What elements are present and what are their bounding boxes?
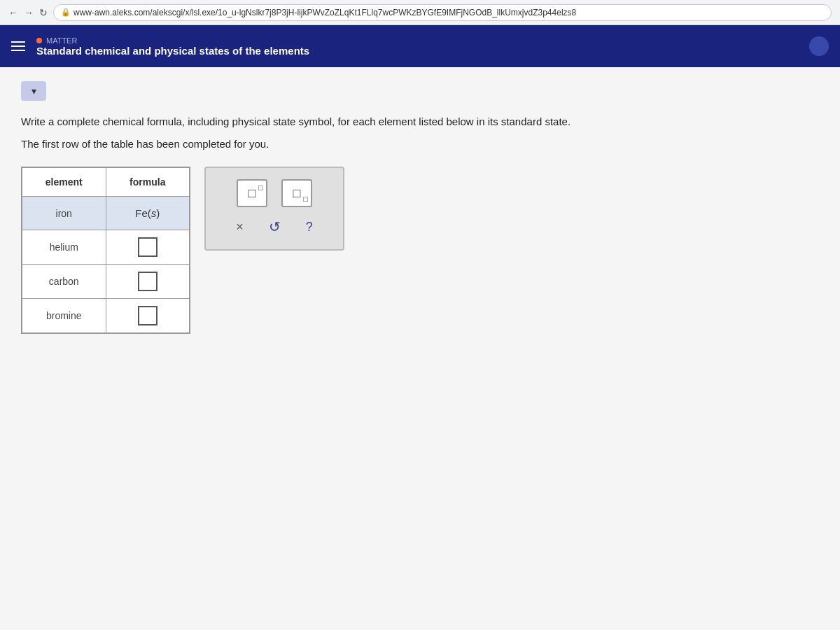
close-icon: × — [236, 220, 244, 234]
nav-right-button[interactable] — [809, 36, 829, 56]
help-icon: ? — [306, 220, 313, 234]
undo-button[interactable]: ↺ — [263, 216, 286, 238]
formula-cell-iron: Fe(s) — [106, 197, 190, 230]
url-text: www-awn.aleks.com/alekscgi/x/lsl.exe/1o_… — [74, 8, 576, 18]
subject-dot — [36, 38, 42, 43]
collapse-button[interactable]: ▾ — [21, 81, 46, 101]
chevron-down-icon: ▾ — [31, 85, 36, 97]
table-formula-row: element formula iron Fe(s) helium — [21, 167, 819, 334]
instruction-2: The first row of the table has been comp… — [21, 136, 819, 153]
formula-cell-bromine[interactable] — [106, 299, 190, 334]
table-row: carbon — [22, 265, 190, 299]
top-nav: MATTER Standard chemical and physical st… — [0, 25, 840, 67]
carbon-input-box[interactable] — [138, 272, 158, 291]
help-button[interactable]: ? — [300, 217, 318, 237]
square-icon: □ — [248, 186, 256, 201]
hamburger-menu[interactable] — [11, 41, 25, 51]
reload-button[interactable]: ↻ — [39, 7, 48, 18]
formula-cell-carbon[interactable] — [106, 265, 190, 299]
superscript-button[interactable]: □ □ — [237, 179, 267, 207]
subscript-icon: □ — [303, 195, 308, 203]
instructions: Write a complete chemical formula, inclu… — [21, 113, 819, 153]
bromine-input-box[interactable] — [138, 306, 158, 326]
nav-subject: MATTER — [36, 36, 309, 45]
undo-icon: ↺ — [269, 219, 281, 234]
back-button[interactable]: ← — [8, 7, 18, 18]
element-cell-iron: iron — [22, 197, 106, 230]
element-cell-carbon: carbon — [22, 265, 106, 299]
formula-panel: □ □ □ □ × ↺ ? — [204, 167, 344, 251]
formula-iron: Fe(s) — [135, 207, 160, 219]
col-header-element: element — [22, 167, 106, 197]
formula-cell-helium[interactable] — [106, 230, 190, 265]
superscript-icon: □ — [258, 183, 263, 192]
formula-panel-bottom: × ↺ ? — [230, 216, 318, 238]
browser-bar: ← → ↻ 🔒 www-awn.aleks.com/alekscgi/x/lsl… — [0, 0, 840, 25]
instruction-1: Write a complete chemical formula, inclu… — [21, 113, 819, 130]
square-icon-2: □ — [293, 186, 301, 201]
address-bar[interactable]: 🔒 www-awn.aleks.com/alekscgi/x/lsl.exe/1… — [53, 4, 832, 21]
formula-panel-top: □ □ □ □ — [237, 179, 312, 207]
lock-icon: 🔒 — [61, 8, 71, 17]
subscript-button[interactable]: □ □ — [281, 179, 312, 207]
table-row: helium — [22, 230, 190, 265]
elements-table: element formula iron Fe(s) helium — [21, 167, 190, 334]
table-row: bromine — [22, 299, 190, 334]
nav-lesson-title: Standard chemical and physical states of… — [36, 45, 309, 57]
close-button[interactable]: × — [230, 217, 249, 237]
element-cell-bromine: bromine — [22, 299, 106, 334]
table-row: iron Fe(s) — [22, 197, 190, 230]
helium-input-box[interactable] — [138, 237, 158, 257]
element-cell-helium: helium — [22, 230, 106, 265]
nav-title-block: MATTER Standard chemical and physical st… — [36, 36, 309, 57]
forward-button[interactable]: → — [24, 7, 34, 18]
main-content: ▾ Write a complete chemical formula, inc… — [0, 67, 840, 630]
col-header-formula: formula — [106, 167, 190, 197]
